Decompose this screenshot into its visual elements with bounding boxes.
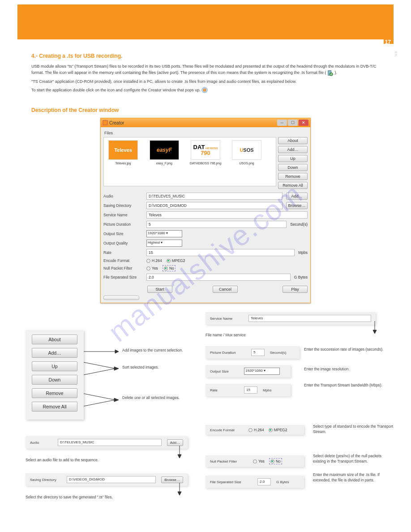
callout-audio: Select an audio file to add to the seque… <box>26 458 187 463</box>
strip-picdur-input[interactable]: 5 <box>251 349 265 356</box>
saving-browse-button[interactable]: Browse… <box>286 202 308 209</box>
thumbnail-usos[interactable]: USOS USOS.png <box>230 140 263 165</box>
callout-updown: Sort selected images. <box>122 365 198 370</box>
strip-saving-browse[interactable]: Browse… <box>161 476 183 483</box>
strip-audio-input[interactable]: D:\TELEVES_MUSIC <box>58 439 162 446</box>
strip-fss: File Separated Size 2.0 G Bytes <box>206 476 304 488</box>
outsize-value: 1920*1080 <box>148 231 165 235</box>
horizontal-scrollbar[interactable] <box>103 296 139 300</box>
up-button[interactable]: Up <box>278 155 308 162</box>
rate-label: Rate <box>103 250 143 255</box>
enc-mpeg2-option[interactable]: MPEG2 <box>167 258 185 263</box>
callout-picdur: Enter the succession rate of images (sec… <box>304 347 389 352</box>
strip-outsize-select[interactable]: 1920*1080 ▾ <box>244 368 280 375</box>
saving-input[interactable]: D:\VIDEOS_DIGIMOD <box>146 202 283 209</box>
outqual-select[interactable]: Highest ▾ <box>146 240 182 247</box>
strip-fss-unit: G Bytes <box>276 480 289 484</box>
npf-yes-label: Yes <box>152 266 158 270</box>
remove-button[interactable]: Remove <box>278 173 308 180</box>
panel-remove-all-button[interactable]: Remove All <box>32 402 77 412</box>
svg-rect-4 <box>103 120 107 125</box>
strip-rate-input[interactable]: 15 <box>244 386 257 394</box>
strip-service-input[interactable]: Televes <box>248 315 371 322</box>
cancel-button[interactable]: Cancel <box>213 286 238 293</box>
down-button[interactable]: Down <box>278 164 308 171</box>
strip-npf: Null Packet Filter Yes No <box>206 455 304 467</box>
creator-window: Creator ─ ☐ ✕ Files Televes Televes.jpg <box>100 118 311 303</box>
svg-marker-18 <box>373 330 377 334</box>
fss-unit: G Bytes <box>294 275 308 279</box>
files-label: Files <box>103 130 276 137</box>
panel-remove-button[interactable]: Remove <box>32 388 77 398</box>
svg-marker-9 <box>114 367 119 370</box>
minimize-button[interactable]: ─ <box>277 120 287 126</box>
callout-rate: Enter the Transport Stream bandwidth (Mb… <box>304 383 389 388</box>
close-button[interactable]: ✕ <box>299 120 308 126</box>
enc-mpeg2-label: MPEG2 <box>172 258 185 263</box>
intro-text-1b: ). <box>335 70 338 75</box>
strip-npf-no-label: No <box>276 459 281 463</box>
strip-service: Service Name Televes <box>206 312 376 325</box>
play-button[interactable]: Play <box>283 286 308 293</box>
outsize-select[interactable]: 1920*1080 ▾ <box>146 230 182 237</box>
callout-fss: Enter the maximum size of the .ts file. … <box>313 472 394 483</box>
remove-all-button[interactable]: Remove All <box>278 182 308 189</box>
rate-input[interactable]: 15 <box>146 249 295 256</box>
strip-service-label: Service Name <box>210 317 243 321</box>
strip-rate: Rate 15 Mpbs <box>206 384 291 396</box>
files-thumbnails[interactable]: Televes Televes.jpg easyF easy_F.png DAT… <box>103 137 276 186</box>
strip-rate-label: Rate <box>210 388 239 392</box>
audio-label: Audio <box>103 194 143 198</box>
picdur-input[interactable]: 5 <box>146 221 287 228</box>
audio-add-button[interactable]: Add… <box>286 193 308 200</box>
npf-label: Null Packet Filter <box>103 266 143 270</box>
strip-enc-h264[interactable]: H.264 <box>248 428 264 432</box>
strip-enc-mpeg2[interactable]: MPEG2 <box>269 428 287 432</box>
svg-rect-3 <box>204 89 206 91</box>
strip-picdur-label: Picture Duration <box>210 351 246 355</box>
add-button[interactable]: Add… <box>278 146 308 153</box>
buttons-panel: About Add… Up Down Remove Remove All <box>26 330 84 420</box>
strip-audio-add[interactable]: Add… <box>167 439 183 446</box>
callout-add: Add images to the current selection. <box>122 348 198 353</box>
thumbnail-dat[interactable]: DAT HD BOSS790 DATHDBOSS 790.png <box>189 140 222 165</box>
strip-outsize-value: 1920*1080 <box>245 369 263 373</box>
panel-add-button[interactable]: Add… <box>32 348 77 358</box>
thumbnail-easyf[interactable]: easyF easy_F.png <box>148 140 181 165</box>
strip-npf-yes[interactable]: Yes <box>253 459 265 463</box>
maximize-button[interactable]: ☐ <box>288 120 298 126</box>
intro-paragraph-3: To start the application double click on… <box>31 87 380 94</box>
audio-input[interactable]: D:\TELEVES_MUSIC <box>146 193 283 200</box>
caption-dat: DATHDBOSS 790.png <box>189 162 222 165</box>
enc-h264-option[interactable]: H.264 <box>146 258 162 263</box>
outqual-value: Highest <box>148 240 160 245</box>
npf-no-option[interactable]: No <box>163 265 176 271</box>
panel-up-button[interactable]: Up <box>32 361 77 371</box>
rate-unit: Mpbs <box>298 250 308 255</box>
fss-label: File Separated Size <box>103 275 143 279</box>
start-button[interactable]: Start <box>147 286 172 293</box>
outqual-label: Output Quality <box>103 241 143 245</box>
files-button-column: About Add… Up Down Remove Remove All <box>278 130 308 189</box>
strip-fss-input[interactable]: 2.0 <box>257 478 271 485</box>
strip-enc-label: Encode Format <box>210 428 243 432</box>
picdur-unit: Second(s) <box>290 222 308 227</box>
strip-npf-yes-label: Yes <box>258 459 265 463</box>
outsize-label: Output Size <box>103 232 143 236</box>
service-input[interactable]: Televes <box>146 211 308 219</box>
panel-about-button[interactable]: About <box>32 335 77 344</box>
strip-npf-no[interactable]: No <box>269 458 282 464</box>
panel-down-button[interactable]: Down <box>32 375 77 385</box>
thumbnail-televes[interactable]: Televes Televes.jpg <box>107 140 140 165</box>
npf-yes-option[interactable]: Yes <box>146 266 158 270</box>
about-button[interactable]: About <box>278 137 308 144</box>
strip-outsize: Output Size 1920*1080 ▾ <box>206 365 291 378</box>
svg-marker-6 <box>115 350 119 353</box>
callout-saving: Select the directory to save the generat… <box>26 495 187 500</box>
strip-saving-input[interactable]: D:\VIDEOS_DIGIMOD <box>67 476 156 483</box>
intro-paragraph-2: "TS Creator" application (CD-ROM provide… <box>31 79 380 85</box>
svg-marker-12 <box>114 398 119 402</box>
header-bar: 17 <box>17 4 394 39</box>
saving-label: Saving Directory <box>103 203 143 208</box>
fss-input[interactable]: 2.0 <box>146 274 291 281</box>
